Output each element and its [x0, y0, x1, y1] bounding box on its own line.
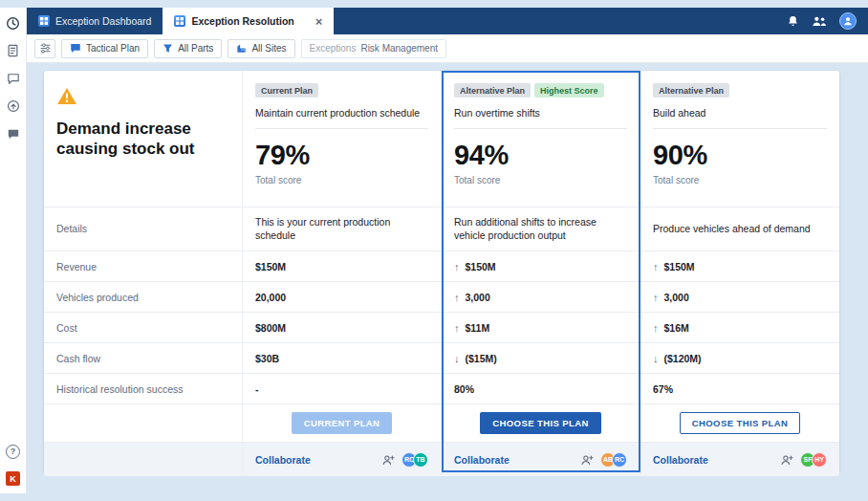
plan-score: 94% — [454, 140, 509, 171]
plan-name: Build ahead — [653, 107, 705, 120]
collaborate-link[interactable]: Collaborate — [653, 454, 708, 466]
choose-plan-button-alt2[interactable]: CHOOSE THIS PLAN — [680, 412, 800, 434]
user-avatar[interactable] — [839, 12, 857, 30]
collaborate-cell: Collaborate AB RC — [442, 443, 640, 476]
sites-icon — [236, 43, 247, 54]
add-person-icon[interactable] — [780, 454, 793, 466]
plan-header-alt2: Alternative Plan Build ahead 90% Total s… — [640, 71, 839, 207]
tab-exception-resolution[interactable]: Exception Resolution × — [163, 8, 334, 34]
add-person-icon[interactable] — [580, 454, 594, 466]
warning-icon — [56, 87, 77, 109]
current-plan-button[interactable]: CURRENT PLAN — [292, 412, 393, 434]
plan-score: 90% — [653, 140, 707, 171]
divider — [454, 128, 627, 129]
tab-label: Exception Resolution — [191, 15, 293, 27]
metric-cell: $800M — [243, 313, 442, 342]
comment-icon[interactable] — [6, 126, 21, 142]
app-window: ? K Exception Dashboard Exception Resolu… — [0, 8, 868, 493]
trend-up-icon: ↑ — [653, 261, 659, 272]
metric-cell: 80% — [442, 374, 640, 403]
collaborate-link[interactable]: Collaborate — [454, 454, 510, 466]
breadcrumb: Exceptions Risk Management — [301, 39, 447, 58]
plan-comparison-card: Demand increase causing stock out Curren… — [44, 71, 839, 472]
metric-value: ($15M) — [466, 353, 497, 364]
tab-label: Exception Dashboard — [55, 15, 151, 27]
plan-name: Run overtime shifts — [454, 107, 540, 120]
circle-arrow-icon[interactable] — [6, 98, 21, 114]
choose-plan-button-alt1[interactable]: CHOOSE THIS PLAN — [480, 412, 600, 434]
content-area: Demand increase causing stock out Curren… — [27, 63, 868, 493]
add-person-icon[interactable] — [381, 454, 395, 466]
metric-value: $11M — [466, 322, 490, 334]
people-icon[interactable] — [812, 15, 827, 27]
avatar[interactable]: HY — [812, 452, 827, 468]
avatar[interactable]: TB — [413, 452, 428, 468]
exception-title: Demand increase causing stock out — [56, 119, 229, 160]
funnel-icon — [163, 43, 173, 54]
metric-cell: ↑$16M — [640, 313, 839, 342]
metric-value: $30B — [255, 353, 279, 364]
all-sites-filter-button[interactable]: All Sites — [228, 39, 294, 58]
revenue-row: Revenue $150M ↑$150M ↑$150M — [44, 250, 839, 281]
cash-flow-row: Cash flow $30B ↓($15M) ↓($120M) — [44, 342, 839, 373]
all-parts-filter-button[interactable]: All Parts — [154, 39, 222, 58]
metric-value: 67% — [653, 383, 673, 395]
document-icon[interactable] — [6, 43, 21, 58]
trend-up-icon: ↑ — [653, 322, 659, 334]
top-bar: Exception Dashboard Exception Resolution… — [27, 8, 868, 34]
row-label: Details — [44, 207, 243, 250]
tab-exception-dashboard[interactable]: Exception Dashboard — [27, 8, 163, 34]
tactical-plan-filter-button[interactable]: Tactical Plan — [61, 39, 148, 58]
collaborate-link[interactable]: Collaborate — [255, 454, 311, 466]
details-row: Details This is your current production … — [44, 207, 839, 250]
metric-cell: - — [243, 374, 442, 403]
metric-value: 20,000 — [255, 292, 286, 303]
metric-value: $800M — [255, 322, 286, 334]
header-row: Demand increase causing stock out Curren… — [44, 71, 839, 207]
plan-details: Run additional shifts to increase vehicl… — [442, 207, 640, 250]
metric-cell: ↑$150M — [442, 251, 640, 281]
trend-up-icon: ↑ — [653, 292, 659, 303]
trend-up-icon: ↑ — [454, 292, 460, 303]
action-cell: CHOOSE THIS PLAN — [640, 404, 839, 442]
app-icon — [174, 15, 185, 27]
close-icon[interactable]: × — [315, 15, 323, 28]
filter-settings-button[interactable] — [34, 39, 55, 58]
divider — [653, 128, 827, 129]
history-icon[interactable] — [6, 15, 21, 31]
metric-value: 3,000 — [466, 292, 490, 303]
metric-cell: ↑3,000 — [442, 282, 640, 312]
trend-down-icon: ↓ — [454, 353, 460, 364]
row-label: Historical resolution success — [44, 374, 243, 403]
metric-value: ($120M) — [664, 353, 702, 364]
metric-cell: 20,000 — [243, 282, 442, 312]
plan-details: Produce vehicles ahead of demand — [640, 207, 839, 250]
help-glyph: ? — [6, 445, 20, 459]
collaborate-cell: Collaborate SF HY — [640, 443, 839, 476]
empty-cell — [44, 443, 243, 476]
historical-row: Historical resolution success - 80% 67% — [44, 373, 839, 403]
notifications-bell-icon[interactable] — [787, 14, 799, 28]
trend-up-icon: ↑ — [454, 261, 460, 272]
cost-row: Cost $800M ↑$11M ↑$16M — [44, 312, 839, 342]
highest-score-badge: Highest Score — [534, 83, 604, 98]
collaborate-row: Collaborate RC TB Collaborate — [44, 442, 839, 476]
k-brand-badge[interactable]: K — [6, 471, 20, 486]
plan-header-current: Current Plan Maintain current production… — [243, 71, 442, 207]
metric-value: $150M — [664, 261, 695, 272]
metric-cell: ↑$11M — [442, 313, 640, 342]
help-icon[interactable]: ? — [6, 444, 21, 459]
chat-icon[interactable] — [6, 71, 21, 86]
metric-value: - — [255, 383, 259, 395]
metric-value: 3,000 — [664, 292, 689, 303]
metric-cell: $30B — [243, 343, 442, 373]
avatar[interactable]: RC — [612, 452, 627, 468]
metric-cell: ↑3,000 — [640, 282, 839, 312]
actions-row: CURRENT PLAN CHOOSE THIS PLAN CHOOSE THI… — [44, 403, 839, 442]
metric-value: $150M — [255, 261, 286, 272]
vehicles-row: Vehicles produced 20,000 ↑3,000 ↑3,000 — [44, 281, 839, 312]
breadcrumb-section: Exceptions — [310, 43, 357, 54]
empty-cell — [44, 404, 243, 442]
metric-value: $150M — [466, 261, 496, 272]
app-icon — [38, 15, 50, 27]
